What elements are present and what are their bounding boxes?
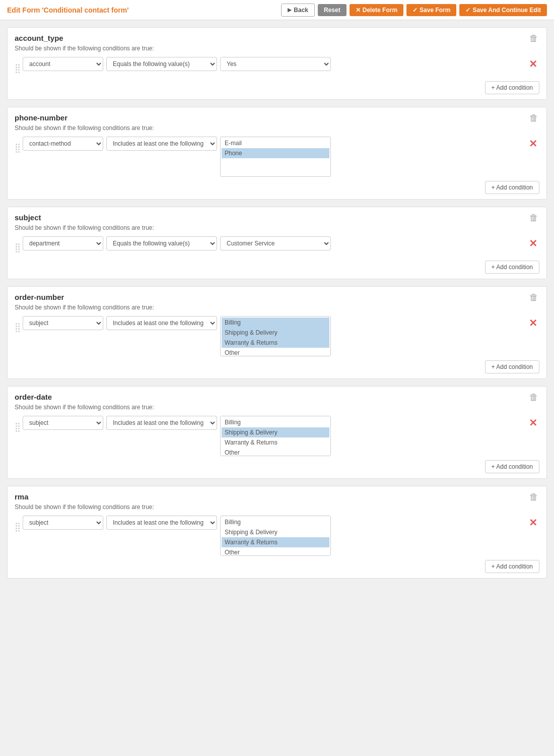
value-listbox-wrapper: BillingShipping & DeliveryWarranty & Ret… [220, 316, 331, 356]
back-button[interactable]: ▶ Back [281, 4, 315, 17]
field-select[interactable]: accountcontact-methoddepartmentsubjector… [23, 236, 103, 250]
value-multiselect[interactable]: BillingShipping & DeliveryWarranty & Ret… [220, 316, 331, 356]
value-select[interactable]: Customer ServiceTechnical SupportBilling [220, 236, 331, 250]
remove-condition-button[interactable]: ✕ [527, 317, 539, 329]
field-select[interactable]: accountcontact-methoddepartmentsubjector… [23, 137, 103, 151]
drag-handle[interactable] [15, 60, 23, 77]
section-title: subject [15, 213, 41, 222]
add-condition-button[interactable]: + Add condition [485, 261, 539, 274]
field-select[interactable]: accountcontact-methoddepartmentsubjector… [23, 516, 103, 530]
add-condition-row: + Add condition [15, 460, 539, 473]
save-form-button[interactable]: ✓ Save Form [406, 4, 456, 16]
remove-condition-button[interactable]: ✕ [527, 237, 539, 249]
condition-area: accountcontact-methoddepartmentsubjector… [15, 137, 539, 177]
delete-form-button[interactable]: ✕ Delete Form [350, 4, 403, 16]
condition-row: accountcontact-methoddepartmentsubjector… [15, 416, 539, 456]
operator-select[interactable]: Equals the following value(s)Includes at… [106, 57, 217, 71]
delete-section-button[interactable]: 🗑 [528, 113, 539, 122]
delete-section-button[interactable]: 🗑 [528, 34, 539, 43]
value-multiselect[interactable]: E-mailPhone [220, 137, 331, 177]
remove-condition-button[interactable]: ✕ [527, 417, 539, 429]
save-continue-button[interactable]: ✓ Save And Continue Edit [459, 4, 547, 16]
section-card-rma: rma🗑Should be shown if the following con… [7, 486, 547, 579]
remove-condition-button[interactable]: ✕ [527, 58, 539, 70]
value-multiselect[interactable]: BillingShipping & DeliveryWarranty & Ret… [220, 516, 331, 556]
add-condition-button[interactable]: + Add condition [485, 81, 539, 94]
section-header: subject🗑 [15, 213, 539, 222]
add-condition-button[interactable]: + Add condition [485, 181, 539, 194]
section-subtitle: Should be shown if the following conditi… [15, 503, 539, 511]
section-title: rma [15, 492, 29, 501]
condition-fields: accountcontact-methoddepartmentsubjector… [23, 137, 527, 177]
section-subtitle: Should be shown if the following conditi… [15, 124, 539, 132]
drag-handle[interactable] [15, 239, 23, 257]
section-header: account_type🗑 [15, 34, 539, 43]
operator-select[interactable]: Equals the following value(s)Includes at… [106, 416, 217, 430]
section-subtitle: Should be shown if the following conditi… [15, 404, 539, 411]
back-icon: ▶ [288, 7, 292, 13]
field-select[interactable]: accountcontact-methoddepartmentsubjector… [23, 416, 103, 430]
field-select[interactable]: accountcontact-methoddepartmentsubjector… [23, 316, 103, 330]
operator-select[interactable]: Equals the following value(s)Includes at… [106, 236, 217, 250]
delete-section-button[interactable]: 🗑 [528, 492, 539, 501]
top-bar-actions: ▶ Back Reset ✕ Delete Form ✓ Save Form ✓… [281, 4, 547, 17]
reset-button[interactable]: Reset [318, 4, 347, 16]
operator-select[interactable]: Equals the following value(s)Includes at… [106, 137, 217, 151]
add-condition-button[interactable]: + Add condition [485, 460, 539, 473]
operator-select[interactable]: Equals the following value(s)Includes at… [106, 316, 217, 330]
add-condition-row: + Add condition [15, 261, 539, 274]
condition-row: accountcontact-methoddepartmentsubjector… [15, 57, 539, 77]
condition-fields: accountcontact-methoddepartmentsubjector… [23, 416, 527, 456]
drag-handle[interactable] [15, 419, 23, 436]
section-card-order_date: order-date🗑Should be shown if the follow… [7, 386, 547, 479]
delete-icon: ✕ [356, 7, 361, 14]
page-title: Edit Form 'Conditional contact form' [7, 6, 129, 14]
section-title: order-number [15, 293, 64, 301]
value-listbox-wrapper: E-mailPhone [220, 137, 331, 177]
delete-section-button[interactable]: 🗑 [528, 213, 539, 222]
add-condition-button[interactable]: + Add condition [485, 360, 539, 373]
value-select[interactable]: YesNo [220, 57, 331, 71]
condition-row: accountcontact-methoddepartmentsubjector… [15, 236, 539, 257]
section-card-account_type: account_type🗑Should be shown if the foll… [7, 27, 547, 100]
save-icon: ✓ [412, 7, 418, 14]
condition-fields: accountcontact-methoddepartmentsubjector… [23, 516, 527, 556]
condition-area: accountcontact-methoddepartmentsubjector… [15, 416, 539, 456]
main-content: account_type🗑Should be shown if the foll… [0, 20, 554, 586]
condition-row: accountcontact-methoddepartmentsubjector… [15, 516, 539, 556]
condition-area: accountcontact-methoddepartmentsubjector… [15, 236, 539, 257]
section-card-phone_number: phone-number🗑Should be shown if the foll… [7, 107, 547, 200]
section-subtitle: Should be shown if the following conditi… [15, 45, 539, 52]
delete-section-button[interactable]: 🗑 [528, 393, 539, 402]
condition-row: accountcontact-methoddepartmentsubjector… [15, 316, 539, 356]
value-multiselect[interactable]: BillingShipping & DeliveryWarranty & Ret… [220, 416, 331, 456]
condition-area: accountcontact-methoddepartmentsubjector… [15, 316, 539, 356]
add-condition-row: + Add condition [15, 181, 539, 194]
section-header: rma🗑 [15, 492, 539, 501]
remove-condition-button[interactable]: ✕ [527, 138, 539, 150]
remove-condition-button[interactable]: ✕ [527, 517, 539, 529]
save-continue-icon: ✓ [465, 7, 470, 14]
condition-area: accountcontact-methoddepartmentsubjector… [15, 57, 539, 77]
drag-handle[interactable] [15, 140, 23, 157]
section-header: order-date🗑 [15, 393, 539, 402]
field-select[interactable]: accountcontact-methoddepartmentsubjector… [23, 57, 103, 71]
condition-fields: accountcontact-methoddepartmentsubjector… [23, 236, 527, 250]
section-header: phone-number🗑 [15, 113, 539, 122]
drag-handle[interactable] [15, 319, 23, 336]
operator-select[interactable]: Equals the following value(s)Includes at… [106, 516, 217, 530]
drag-handle[interactable] [15, 519, 23, 536]
section-title: order-date [15, 393, 52, 401]
add-condition-row: + Add condition [15, 360, 539, 373]
section-header: order-number🗑 [15, 293, 539, 302]
section-title: account_type [15, 34, 63, 42]
section-title: phone-number [15, 113, 67, 122]
condition-area: accountcontact-methoddepartmentsubjector… [15, 516, 539, 556]
condition-fields: accountcontact-methoddepartmentsubjector… [23, 316, 527, 356]
condition-row: accountcontact-methoddepartmentsubjector… [15, 137, 539, 177]
add-condition-button[interactable]: + Add condition [485, 560, 539, 573]
delete-section-button[interactable]: 🗑 [528, 293, 539, 302]
add-condition-row: + Add condition [15, 560, 539, 573]
value-listbox-wrapper: BillingShipping & DeliveryWarranty & Ret… [220, 516, 331, 556]
add-condition-row: + Add condition [15, 81, 539, 94]
